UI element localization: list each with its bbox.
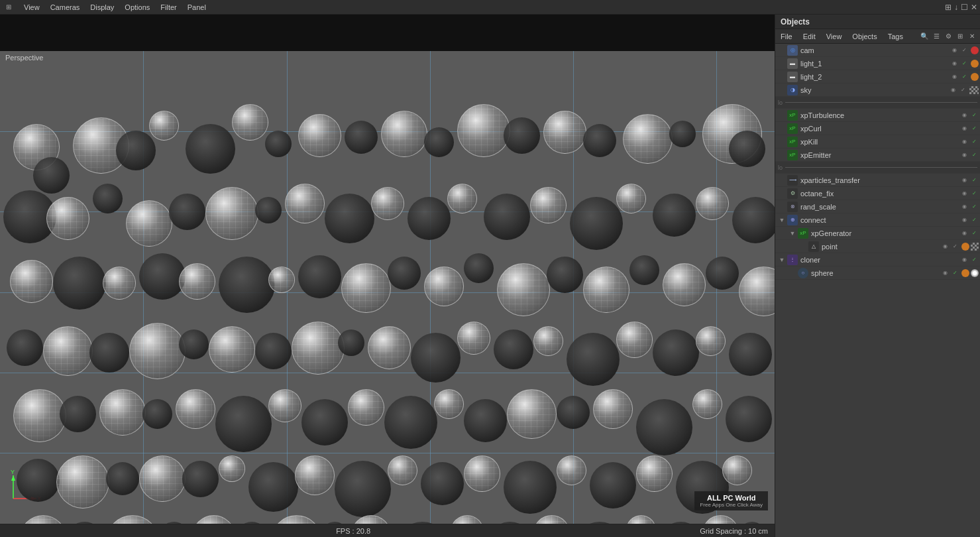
- sphere-84: [301, 399, 348, 446]
- xpGenerator-check-btn[interactable]: ✓: [969, 229, 979, 238]
- sphere-79: [99, 389, 146, 436]
- viewport[interactable]: Perspective X Y A: [0, 51, 775, 524]
- obj-row-xpEmitter[interactable]: xP xpEmitter ◉ ✓: [775, 149, 980, 162]
- close-panel-icon[interactable]: ✕: [967, 31, 977, 42]
- sphere-11: [424, 127, 454, 157]
- obj-row-cloner[interactable]: ▼ ⋮ cloner ◉ ✓: [775, 253, 980, 267]
- xpGenerator-expand[interactable]: ▼: [789, 229, 796, 237]
- search-icon[interactable]: 🔍: [919, 31, 930, 42]
- sphere-92: [636, 399, 692, 455]
- menu-display[interactable]: Display: [85, 2, 119, 13]
- menu-view[interactable]: View: [19, 2, 45, 13]
- light2-check-btn[interactable]: ✓: [959, 72, 969, 82]
- sphere-104: [388, 455, 417, 485]
- rand-scale-check-btn[interactable]: ✓: [969, 202, 979, 211]
- obj-row-sphere[interactable]: ○ sphere ◉ ✓: [775, 267, 980, 280]
- viewport-container: Perspective X Y A: [0, 15, 775, 537]
- octane-fix-check-btn[interactable]: ✓: [969, 189, 979, 198]
- xpEmitter-vis-btn[interactable]: ◉: [959, 150, 969, 160]
- sphere-113: [20, 515, 66, 524]
- obj-menu-tags[interactable]: Tags: [883, 31, 908, 42]
- sky-vis-btn[interactable]: ◉: [948, 86, 957, 95]
- xpCurl-check-btn[interactable]: ✓: [969, 124, 979, 133]
- obj-menu-view[interactable]: View: [821, 31, 847, 42]
- sphere-109: [590, 462, 636, 508]
- obj-row-sky[interactable]: ◑ sky ◉ ✓: [775, 84, 980, 97]
- menu-cameras[interactable]: Cameras: [45, 2, 85, 13]
- sky-name: sky: [800, 86, 948, 94]
- black-band: [0, 15, 775, 51]
- sphere-49: [424, 267, 464, 306]
- xpTurbulence-vis-btn[interactable]: ◉: [959, 111, 969, 120]
- sphere-38: [732, 197, 775, 243]
- sphere-86: [384, 396, 437, 449]
- app-icon: ⊞: [3, 1, 15, 13]
- xpCurl-vis-btn[interactable]: ◉: [959, 124, 969, 133]
- xpTurbulence-check-btn[interactable]: ✓: [969, 111, 979, 120]
- settings-icon[interactable]: ⚙: [943, 31, 953, 42]
- point-vis-btn[interactable]: ◉: [940, 242, 950, 251]
- obj-row-connect[interactable]: ▼ ⊕ connect ◉ ✓: [775, 213, 980, 227]
- close-icon[interactable]: ✕: [971, 3, 977, 12]
- cloner-check-btn[interactable]: ✓: [969, 255, 979, 265]
- obj-row-xpGenerator[interactable]: ▼ xP xpGenerator ◉ ✓: [775, 227, 980, 240]
- light2-vis-btn[interactable]: ◉: [950, 72, 959, 82]
- obj-menu-file[interactable]: File: [775, 31, 798, 42]
- menu-options[interactable]: Options: [119, 2, 155, 13]
- sphere-vis-btn[interactable]: ◉: [940, 268, 950, 278]
- point-name: point: [822, 243, 940, 251]
- cloner-expand[interactable]: ▼: [778, 256, 786, 264]
- sphere-check-btn[interactable]: ✓: [950, 268, 959, 278]
- obj-row-light2[interactable]: ▬ light_2 ◉ ✓: [775, 70, 980, 84]
- point-lock-btn[interactable]: ✓: [950, 242, 959, 251]
- sphere-14: [543, 111, 586, 154]
- filter-icon[interactable]: ☰: [931, 31, 942, 42]
- xpKill-vis-btn[interactable]: ◉: [959, 137, 969, 147]
- obj-row-xpTurbulence[interactable]: xP xpTurbulence ◉ ✓: [775, 109, 980, 122]
- obj-row-point[interactable]: △ point ◉ ✓: [775, 240, 980, 253]
- menu-bar: ⊞ View Cameras Display Options Filter Pa…: [0, 0, 980, 15]
- xpKill-name: xpKill: [800, 138, 959, 146]
- light1-vis-btn[interactable]: ◉: [950, 59, 959, 68]
- sphere-106: [464, 455, 500, 492]
- connect-expand[interactable]: ▼: [778, 216, 786, 224]
- objects-list[interactable]: ◎ cam ◉ ✓ ▬ light_1 ◉ ✓: [775, 44, 980, 537]
- xparticles-transfer-check-btn[interactable]: ✓: [969, 176, 979, 185]
- obj-row-xpKill[interactable]: xP xpKill ◉ ✓: [775, 135, 980, 149]
- fps-display: FPS : 20.8: [7, 527, 700, 535]
- menu-filter[interactable]: Filter: [155, 2, 182, 13]
- rand-scale-vis-btn[interactable]: ◉: [959, 202, 969, 211]
- cam-lock-btn[interactable]: ✓: [959, 46, 969, 55]
- octane-fix-vis-btn[interactable]: ◉: [959, 189, 969, 198]
- xpGenerator-vis-btn[interactable]: ◉: [959, 229, 969, 238]
- obj-row-light1[interactable]: ▬ light_1 ◉ ✓: [775, 57, 980, 70]
- xpGenerator-name: xpGenerator: [811, 229, 959, 237]
- connect-check-btn[interactable]: ✓: [969, 215, 979, 225]
- obj-row-octane-fix[interactable]: ⚙ octane_fix ◉ ✓: [775, 187, 980, 200]
- sphere-76: [729, 333, 772, 376]
- obj-row-xpCurl[interactable]: xP xpCurl ◉ ✓: [775, 122, 980, 135]
- sphere-126: [573, 522, 626, 524]
- sphere-82: [215, 396, 272, 452]
- sphere-118: [235, 522, 268, 524]
- expand-icon[interactable]: ⊞: [955, 31, 965, 42]
- sky-lock-btn[interactable]: ✓: [958, 86, 967, 95]
- xpEmitter-check-btn[interactable]: ✓: [969, 150, 979, 160]
- xparticles-transfer-vis-btn[interactable]: ◉: [959, 176, 969, 185]
- obj-menu-objects[interactable]: Objects: [847, 31, 882, 42]
- obj-row-xparticles-transfer[interactable]: ⟶ xparticles_transfer ◉ ✓: [775, 174, 980, 187]
- cam-vis-btn[interactable]: ◉: [950, 46, 959, 55]
- xparticles-transfer-name: xparticles_transfer: [800, 176, 959, 184]
- obj-row-rand-scale[interactable]: ⊗ rand_scale ◉ ✓: [775, 200, 980, 213]
- sphere-94: [726, 396, 772, 442]
- objects-panel-header: Objects: [775, 15, 980, 29]
- connect-vis-btn[interactable]: ◉: [959, 215, 969, 225]
- rand-scale-name: rand_scale: [800, 203, 959, 211]
- menu-panel[interactable]: Panel: [182, 2, 211, 13]
- cloner-vis-btn[interactable]: ◉: [959, 255, 969, 265]
- xpKill-check-btn[interactable]: ✓: [969, 137, 979, 147]
- obj-row-cam[interactable]: ◎ cam ◉ ✓: [775, 44, 980, 57]
- light1-check-btn[interactable]: ✓: [959, 59, 969, 68]
- obj-menu-edit[interactable]: Edit: [798, 31, 821, 42]
- sphere-17: [669, 121, 696, 147]
